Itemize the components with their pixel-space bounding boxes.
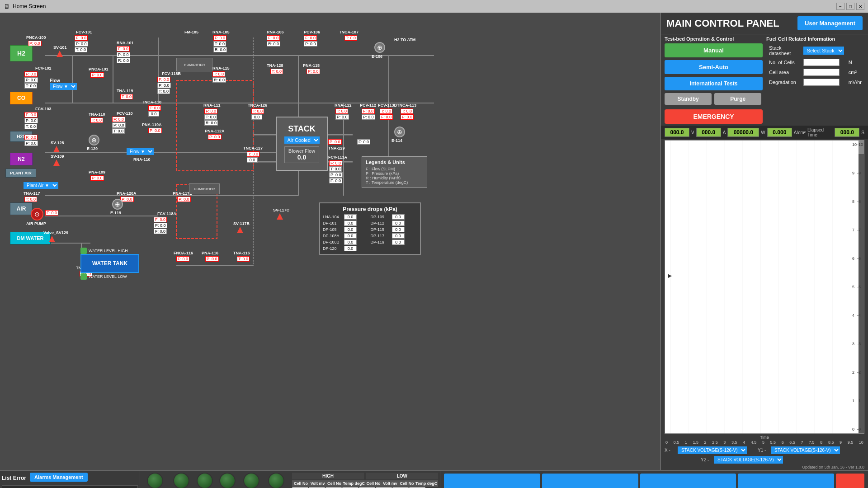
- purge-button[interactable]: Purge: [714, 93, 761, 105]
- x-dropdown[interactable]: STACK VOLTAGE(S-126-V): [678, 446, 747, 454]
- pna119a-p: P: 0.0: [148, 128, 162, 133]
- power-display: 00000.0: [727, 128, 759, 137]
- cell-no-h2: Cell No: [326, 481, 343, 486]
- water-level-low-label: WATER LEVEL LOW: [89, 274, 127, 279]
- humidifier2: HUMIDIFIER: [189, 183, 220, 194]
- standby-button[interactable]: Standby: [665, 93, 712, 105]
- pna109-label: PNA-109: [89, 170, 105, 174]
- water-level-low-container: WATER LEVEL LOW: [80, 273, 127, 280]
- trending-button[interactable]: Trending - V & T: [542, 474, 638, 488]
- no-cells-input[interactable]: [803, 59, 840, 66]
- fcv101-f: F: 0.0: [75, 35, 88, 41]
- rna106-r: R: 0.0: [267, 41, 280, 47]
- emergency-button[interactable]: EMERGENCY: [665, 109, 763, 124]
- sv109-label: SV-109: [51, 154, 64, 159]
- sv117c-valve[interactable]: [277, 213, 283, 220]
- tna110-label: TNA-110: [89, 112, 105, 117]
- cp-header: MAIN CONTROL PANEL User Management: [661, 13, 868, 34]
- plant-air-select[interactable]: Plant Air ▼: [24, 182, 58, 189]
- pd-item: DP-108A0.0: [323, 233, 370, 239]
- blower-flow-box: Blower Flow 0.0: [284, 146, 319, 163]
- sv101-valve[interactable]: [57, 51, 63, 57]
- status-led: [268, 473, 284, 488]
- e106-label: E-106: [372, 54, 382, 59]
- manual-button[interactable]: Manual: [665, 43, 763, 57]
- pd-item: DP-1090.0: [371, 214, 418, 220]
- fcv102-t: T: 0.0: [24, 83, 37, 89]
- user-management-button[interactable]: User Management: [797, 16, 863, 30]
- y2-label: Y2 -: [701, 457, 712, 462]
- y1-label: Y1 -: [758, 448, 769, 453]
- close-button[interactable]: ✕: [856, 3, 864, 10]
- tnca126-t: T: 0.0: [251, 108, 264, 114]
- y2-dropdown[interactable]: STACK VOLTAGE(S-126-V): [714, 456, 783, 464]
- minimize-button[interactable]: −: [836, 3, 844, 10]
- e119-label: E-119: [110, 211, 121, 215]
- more-graphs-button[interactable]: More Graphs: [640, 474, 736, 488]
- fcv102-f: F: 0.0: [24, 71, 38, 77]
- pna112a-label: PNA-112A: [205, 129, 225, 133]
- cell-area-unit: cm²: [847, 68, 863, 77]
- cell-area-label: Cell area: [767, 68, 801, 77]
- sv117b-valve[interactable]: [237, 227, 243, 233]
- flow2-select[interactable]: Flow ▼: [127, 148, 154, 155]
- meter-row: 000.0 V 000.0 A 00000.0 W 0.000 A/cm² El…: [661, 126, 868, 139]
- fcv110-f: F: 0.0: [112, 117, 125, 122]
- sv109-valve[interactable]: [53, 160, 60, 166]
- pd-title: Pressure drops (kPa): [323, 206, 417, 212]
- cell-area-input[interactable]: [803, 69, 840, 76]
- generate-report-button[interactable]: Generate Report: [738, 474, 834, 488]
- intl-tests-button[interactable]: International Tests: [665, 77, 763, 90]
- status-led: [147, 473, 163, 488]
- pd-grid: LNA-1040.0DP-1090.0DP-1010.0DP-1120.0DP-…: [323, 214, 417, 251]
- y1-dropdown[interactable]: STACK VOLTAGE(S-126-V): [771, 446, 840, 454]
- degradation-input[interactable]: [803, 79, 840, 86]
- pna117b-p: P: 0.0: [177, 197, 191, 202]
- legends-box: Legends & Units F : Flow (SLPM) P : Pres…: [362, 156, 427, 188]
- rna105-r: R: 0.0: [213, 47, 227, 52]
- pna115-p: P: 0.0: [307, 69, 320, 74]
- pcv112-f: F: 0.0: [362, 108, 375, 114]
- pd-item: DP-1190.0: [371, 239, 418, 245]
- water-low-led: [80, 273, 87, 280]
- rna115-t: T: 0.0: [212, 71, 225, 77]
- cell-no-h3: Cell No: [365, 481, 382, 486]
- low-label: LOW: [366, 473, 438, 479]
- fnca116-label: FNCA-116: [174, 251, 193, 255]
- tna116-t: T: 0.0: [237, 256, 250, 262]
- rna112-label: RNA-112: [335, 103, 352, 108]
- y-right-axis: 109876543210: [852, 141, 857, 433]
- air-cooled-select[interactable]: Air Cooled: [284, 136, 320, 144]
- action-btns-row1: Monitor - V & T Trending - V & T More Gr…: [444, 474, 864, 488]
- pna129-p: P: 0.0: [24, 141, 38, 146]
- rna106-f: F: 0.0: [267, 35, 280, 41]
- alarms-management-button[interactable]: Alarms Management: [30, 473, 88, 482]
- monitor-button[interactable]: Monitor - V & T: [444, 474, 540, 488]
- maximize-button[interactable]: □: [846, 3, 854, 10]
- water-level-high-container: WATER LEVEL HIGH: [80, 248, 128, 254]
- no-cells-label: No. of Cells: [767, 58, 801, 67]
- tna110-t: T: 0.0: [90, 117, 103, 123]
- tnca127-t: T: 0.0: [247, 151, 259, 157]
- fcv118b-f: F: 0.0: [157, 77, 170, 82]
- rna105-t: T: 0.0: [213, 41, 226, 47]
- sv128-valve[interactable]: [53, 146, 60, 152]
- pnca101-p: P: 0.0: [90, 72, 104, 78]
- tnca118-t: T: 0.0: [148, 105, 161, 111]
- degradation-unit: mV/hr: [847, 78, 863, 87]
- flow-select[interactable]: Flow ▼: [50, 83, 77, 90]
- semiauto-button[interactable]: Semi-Auto: [665, 60, 763, 74]
- pd-item: DP-1050.0: [323, 227, 370, 232]
- error-list[interactable]: [2, 485, 138, 488]
- high-label: HIGH: [292, 473, 364, 479]
- svg-rect-22: [670, 141, 850, 433]
- stack-f-val: F: 0.0: [357, 139, 370, 145]
- legends-title: Legends & Units: [366, 160, 423, 165]
- stack-select[interactable]: Select Stack: [803, 47, 844, 55]
- status-led: [173, 473, 189, 488]
- pd-item: DP-1010.0: [323, 221, 370, 226]
- x-selector-row: X - STACK VOLTAGE(S-126-V) Y1 - STACK VO…: [661, 446, 868, 455]
- co-source: CO: [10, 92, 33, 104]
- tna129-label: TNA-129: [328, 146, 345, 150]
- exit-button[interactable]: EXIT: [836, 474, 864, 488]
